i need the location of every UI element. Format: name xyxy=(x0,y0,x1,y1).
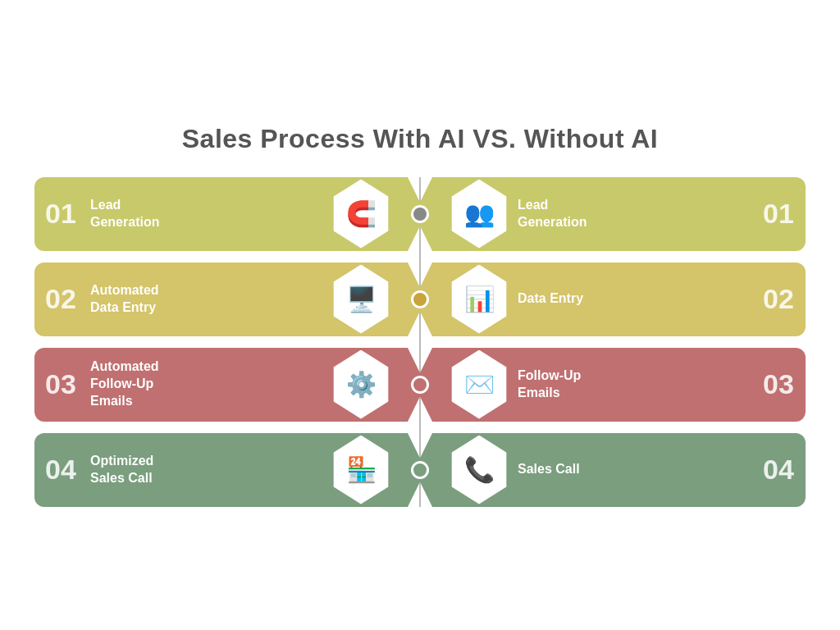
card-left-4: 04Optimized Sales Call🏪 xyxy=(34,433,408,507)
icon-left-4: 🏪 xyxy=(346,458,377,482)
step-number-left-1: 01 xyxy=(34,198,84,230)
step-number-right-2: 02 xyxy=(756,283,806,315)
icon-right-3: ✉️ xyxy=(464,372,495,397)
card-right-3: ✉️Follow-Up Emails03 xyxy=(432,348,806,422)
process-row-3: 03Automated Follow-Up Emails⚙️✉️Follow-U… xyxy=(34,348,806,422)
card-right-2: 📊Data Entry02 xyxy=(432,262,806,336)
step-label-left-2: Automated Data Entry xyxy=(84,282,329,317)
card-left-2: 02Automated Data Entry🖥️ xyxy=(34,262,408,336)
hex-icon-left-3: ⚙️ xyxy=(329,349,393,421)
icon-right-4: 📞 xyxy=(464,458,495,482)
icon-right-1: 👥 xyxy=(464,202,495,226)
step-number-left-3: 03 xyxy=(34,368,84,400)
process-row-2: 02Automated Data Entry🖥️📊Data Entry02 xyxy=(34,262,806,336)
step-label-left-3: Automated Follow-Up Emails xyxy=(84,358,329,409)
center-dot-4 xyxy=(411,461,429,479)
card-right-4: 📞Sales Call04 xyxy=(432,433,806,507)
icon-right-2: 📊 xyxy=(464,287,495,312)
page-title: Sales Process With AI VS. Without AI xyxy=(34,124,806,154)
center-dot-3 xyxy=(411,376,429,394)
rows-wrapper: 01Lead Generation🧲👥Lead Generation0102Au… xyxy=(34,177,806,507)
step-number-right-3: 03 xyxy=(756,368,806,400)
step-label-right-3: Follow-Up Emails xyxy=(511,368,756,402)
hex-icon-right-2: 📊 xyxy=(447,263,511,336)
step-number-left-2: 02 xyxy=(34,283,84,315)
step-label-left-1: Lead Generation xyxy=(84,197,329,231)
icon-left-1: 🧲 xyxy=(346,202,377,226)
icon-left-3: ⚙️ xyxy=(346,372,377,397)
hex-icon-right-1: 👥 xyxy=(447,178,511,250)
hex-icon-left-4: 🏪 xyxy=(329,434,393,506)
hex-icon-left-1: 🧲 xyxy=(329,178,393,250)
card-left-1: 01Lead Generation🧲 xyxy=(34,177,408,251)
step-number-left-4: 04 xyxy=(34,454,84,486)
hex-icon-right-4: 📞 xyxy=(447,434,511,506)
step-number-right-1: 01 xyxy=(756,198,806,230)
card-left-3: 03Automated Follow-Up Emails⚙️ xyxy=(34,348,408,422)
center-dot-1 xyxy=(411,205,429,223)
step-label-left-4: Optimized Sales Call xyxy=(84,453,329,487)
process-row-1: 01Lead Generation🧲👥Lead Generation01 xyxy=(34,177,806,251)
hex-icon-left-2: 🖥️ xyxy=(329,263,393,336)
main-container: Sales Process With AI VS. Without AI 01L… xyxy=(10,107,830,523)
step-label-right-1: Lead Generation xyxy=(511,197,756,231)
center-dot-2 xyxy=(411,290,429,308)
step-number-right-4: 04 xyxy=(756,454,806,486)
step-label-right-2: Data Entry xyxy=(511,290,756,308)
icon-left-2: 🖥️ xyxy=(346,287,377,312)
hex-icon-right-3: ✉️ xyxy=(447,349,511,421)
card-right-1: 👥Lead Generation01 xyxy=(432,177,806,251)
process-row-4: 04Optimized Sales Call🏪📞Sales Call04 xyxy=(34,433,806,507)
step-label-right-4: Sales Call xyxy=(511,461,756,478)
